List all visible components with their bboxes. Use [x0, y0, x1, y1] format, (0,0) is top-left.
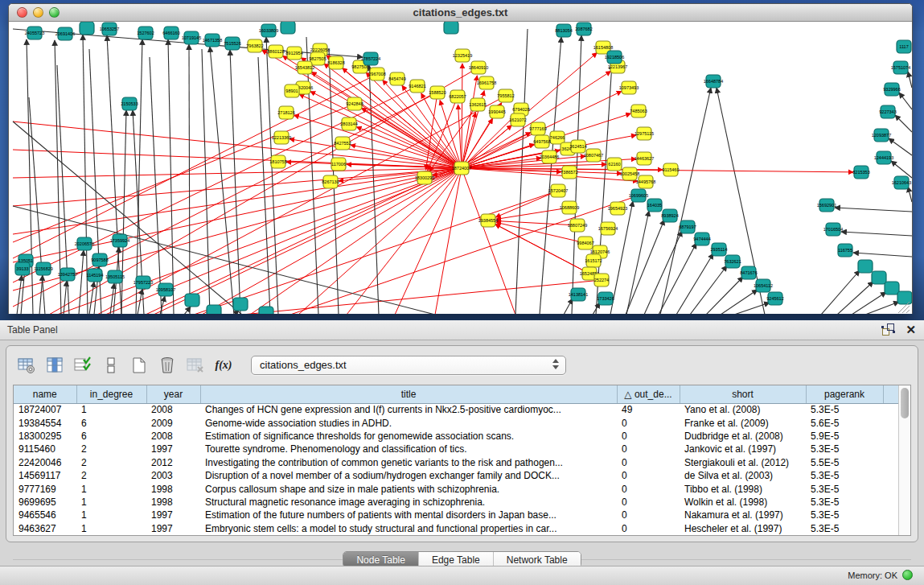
network-window-titlebar[interactable]: citations_edges.txt	[9, 4, 912, 22]
table-cell[interactable]: 2	[76, 456, 146, 469]
table-cell[interactable]: 1998	[146, 482, 200, 495]
table-row[interactable]: 977716911998Corpus callosum shape and si…	[14, 482, 898, 495]
table-cell[interactable]: Yano et al. (2008)	[680, 403, 806, 416]
graph-edge[interactable]	[821, 270, 860, 314]
table-cell[interactable]: 5.3E-5	[806, 443, 883, 455]
table-cell[interactable]: de Silva et al. (2003)	[680, 469, 806, 482]
graph-edge[interactable]	[690, 266, 727, 314]
column-chooser-icon[interactable]	[44, 355, 65, 376]
table-cell[interactable]: Genome-wide association studies in ADHD.	[200, 416, 617, 429]
graph-node[interactable]	[872, 271, 886, 284]
table-cell[interactable]: Investigating the contribution of common…	[200, 456, 617, 469]
table-row[interactable]: 1456911722003Disruption of a novel membe…	[14, 469, 898, 482]
graph-edge[interactable]	[202, 168, 462, 314]
table-cell[interactable]: 18724007	[14, 403, 76, 416]
table-cell[interactable]: 1	[76, 522, 146, 535]
table-cell[interactable]: 0	[617, 496, 680, 509]
table-cell[interactable]: Corpus callosum shape and size in male p…	[200, 482, 617, 495]
table-cell[interactable]: 9463627	[14, 522, 76, 535]
table-cell[interactable]: 19384554	[14, 416, 76, 429]
table-cell[interactable]: 2003	[146, 469, 200, 482]
table-cell[interactable]: 9465546	[14, 509, 76, 521]
graph-edge[interactable]	[64, 281, 67, 314]
graph-node[interactable]	[885, 282, 899, 295]
graph-edge[interactable]	[496, 208, 569, 219]
table-cell[interactable]: 5.5E-5	[806, 456, 883, 469]
table-cell[interactable]: Estimation of significance thresholds fo…	[200, 430, 617, 443]
table-cell[interactable]: 0	[617, 509, 680, 521]
graph-edge[interactable]	[659, 243, 696, 314]
table-cell[interactable]: 0	[617, 456, 680, 469]
table-cell[interactable]: 18300295	[14, 430, 76, 443]
column-header-name[interactable]: name	[14, 385, 76, 403]
graph-edge[interactable]	[383, 80, 462, 168]
table-cell[interactable]: 6	[76, 416, 146, 429]
graph-edge[interactable]	[899, 93, 912, 109]
table-cell[interactable]: 5.3E-5	[806, 403, 883, 416]
table-cell[interactable]: 1998	[146, 496, 200, 509]
graph-edge[interactable]	[895, 115, 912, 132]
graph-edge[interactable]	[150, 57, 162, 314]
table-row[interactable]: 911546021997Tourette syndrome. Phenomeno…	[14, 443, 898, 455]
table-cell[interactable]: 5.6E-5	[806, 416, 883, 429]
table-cell[interactable]: 2008	[146, 403, 200, 416]
graph-node[interactable]	[80, 22, 94, 35]
resize-grip-icon[interactable]	[906, 310, 910, 313]
graph-edge[interactable]	[13, 150, 462, 168]
graph-edge[interactable]	[83, 35, 88, 314]
table-cell[interactable]: Nakamura et al. (1997)	[680, 509, 806, 521]
close-panel-icon[interactable]: ✕	[906, 323, 916, 336]
select-columns-icon[interactable]	[72, 355, 93, 376]
table-cell[interactable]: 9777169	[14, 482, 76, 495]
table-cell[interactable]: Tourette syndrome. Phenomenology and cla…	[200, 443, 617, 455]
table-cell[interactable]: 0	[617, 416, 680, 429]
table-cell[interactable]: Stergiakouli et al. (2012)	[680, 456, 806, 469]
graph-node[interactable]	[259, 307, 273, 314]
graph-node[interactable]	[207, 305, 221, 314]
table-row[interactable]: 946554611997Estimation of the future num…	[14, 509, 898, 521]
graph-edge[interactable]	[462, 168, 515, 314]
table-cell[interactable]: 6	[76, 430, 146, 443]
graph-edge[interactable]	[865, 302, 899, 314]
table-cell[interactable]: Wolkin et al. (1998)	[680, 496, 806, 509]
graph-edge[interactable]	[462, 64, 462, 168]
graph-edge[interactable]	[564, 299, 573, 314]
table-cell[interactable]: Hescheler et al. (1997)	[680, 522, 806, 535]
table-cell[interactable]: 0	[617, 522, 680, 535]
table-cell[interactable]: 49	[617, 403, 680, 416]
graph-edge[interactable]	[369, 65, 379, 314]
table-cell[interactable]: 9699695	[14, 496, 76, 509]
table-cell[interactable]: Estimation of the future numbers of pati…	[200, 509, 617, 521]
graph-edge[interactable]	[17, 275, 22, 314]
table-cell[interactable]: 1	[76, 482, 146, 495]
graph-edge[interactable]	[242, 280, 602, 314]
table-cell[interactable]: Embryonic stem cells: a model to study s…	[200, 522, 617, 535]
split-view-icon[interactable]	[101, 355, 121, 376]
table-cell[interactable]: 9115460	[14, 443, 76, 455]
graph-edge[interactable]	[306, 37, 318, 314]
float-panel-icon[interactable]	[882, 323, 894, 336]
delete-table-icon[interactable]	[185, 355, 206, 376]
graph-edge[interactable]	[676, 253, 713, 314]
table-cell[interactable]: 2	[76, 469, 146, 482]
graph-edge[interactable]	[515, 29, 528, 314]
delete-column-icon[interactable]	[157, 355, 178, 376]
graph-edge[interactable]	[837, 282, 873, 314]
graph-edge[interactable]	[835, 208, 912, 212]
graph-edge[interactable]	[495, 191, 558, 217]
table-cell[interactable]: Franke et al. (2009)	[680, 416, 806, 429]
graph-node[interactable]	[233, 298, 248, 311]
table-row[interactable]: 1872400712008Changes of HCN gene express…	[14, 403, 898, 416]
graph-edge[interactable]	[29, 97, 45, 314]
graph-edge[interactable]	[121, 110, 126, 314]
table-cell[interactable]: 1	[76, 509, 146, 521]
table-cell[interactable]: 5.3E-5	[806, 469, 883, 482]
graph-edge[interactable]	[891, 161, 912, 178]
network-canvas[interactable]: 7963822886012889129542222605898275058186…	[9, 22, 912, 314]
table-cell[interactable]: Disruption of a novel member of a sodium…	[200, 469, 617, 482]
table-cell[interactable]: 2	[76, 443, 146, 455]
graph-edge[interactable]	[496, 221, 577, 225]
column-header-year[interactable]: year	[146, 385, 200, 403]
table-row[interactable]: 946362711997Embryonic stem cells: a mode…	[14, 522, 898, 535]
graph-edge[interactable]	[79, 250, 84, 314]
